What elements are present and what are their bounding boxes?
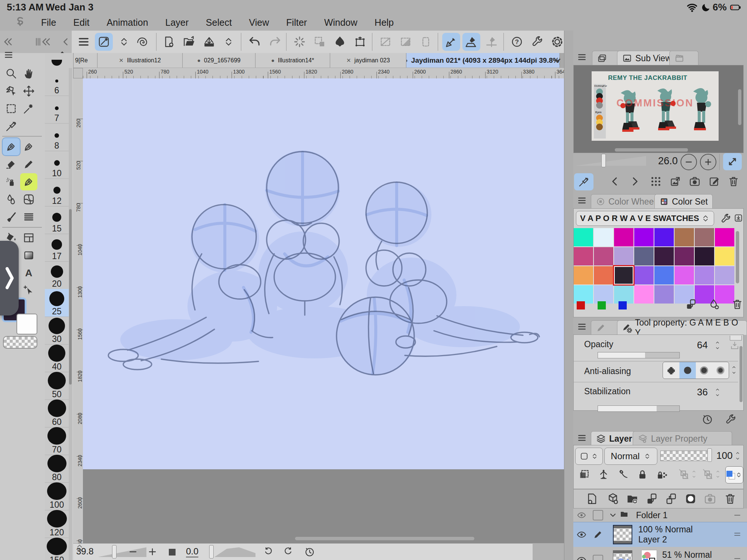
tool-property-menu-icon[interactable] [577,322,587,332]
dock-collapse-icon[interactable] [41,37,52,47]
color-swatch[interactable] [614,247,633,265]
brush-size-17[interactable]: 17 [45,234,69,262]
subview-eyedropper-toggle[interactable] [574,173,593,190]
color-swatch[interactable] [574,285,593,304]
tab-unsaved-icon[interactable]: ● [271,57,275,63]
color-swatch[interactable] [715,266,734,284]
brush-size-6[interactable]: 6 [45,68,69,96]
document-tab-2[interactable]: ● 029_1657699 [183,53,255,68]
tool-airbrush[interactable] [3,173,20,190]
color-swatch[interactable] [695,266,714,284]
color-swatch[interactable] [634,228,654,246]
brush-size-7[interactable]: 7 [45,96,69,124]
color-swatch[interactable] [574,228,593,246]
opacity-slider[interactable] [598,352,680,358]
color-swatch[interactable] [695,228,714,246]
color-swatch[interactable] [675,247,694,265]
document-tab-4[interactable]: ✕ jaydiman 023 [330,53,406,68]
color-swatch[interactable] [614,285,633,304]
layer-opacity-stepper[interactable] [734,451,742,461]
tab-unsaved-icon[interactable]: ● [197,57,201,63]
tool-object-select[interactable] [20,282,37,299]
color-panel-menu-icon[interactable] [577,196,587,205]
toolbar-tool-nav-button[interactable] [95,33,113,51]
merge-down-icon[interactable] [665,492,678,505]
menu-edit[interactable]: Edit [73,17,89,28]
register-color-icon[interactable] [685,298,697,310]
color-set-import-icon[interactable] [734,213,743,223]
tab-layer[interactable]: Layer [591,431,637,446]
brush-size-15[interactable]: 15 [45,206,69,234]
toolbar-help-button[interactable] [508,33,526,51]
clip-studio-logo-icon[interactable] [14,16,28,29]
tab-color-wheel[interactable]: Color Wheel [591,194,661,209]
lock-layer-icon[interactable] [636,469,648,480]
color-swatch[interactable] [654,266,674,284]
layer-thumbnail[interactable] [613,550,632,560]
clip-to-layer-below-icon[interactable] [578,469,590,480]
tool-palette-menu-icon[interactable] [4,50,13,60]
tool-pen-selected[interactable] [3,138,20,155]
tool-property-scrollbar[interactable] [740,346,743,402]
color-swatch[interactable] [594,228,613,246]
brush-size-150[interactable]: 150 [45,538,69,560]
color-swatch[interactable] [695,247,714,265]
tab-sub-view[interactable]: Sub View [617,51,676,65]
menu-filter[interactable]: Filter [286,17,307,28]
layer-row-folder[interactable]: Folder 1 [573,508,747,522]
new-3d-layer-icon[interactable] [607,492,619,505]
brush-size-8[interactable]: 8 [45,123,69,151]
tool-marker[interactable] [20,156,37,173]
expand-panel-chevrons[interactable] [75,542,84,554]
subview-thumbnail-list-icon[interactable] [650,175,662,187]
menu-help[interactable]: Help [375,17,394,28]
layer-opacity-value[interactable]: 100 [716,450,732,461]
layer-mask-icon[interactable] [684,492,697,505]
menu-layer[interactable]: Layer [165,17,189,28]
color-swatch[interactable] [594,247,613,265]
layer-drag-handle-icon[interactable] [733,530,742,539]
color-swatch[interactable] [715,247,734,265]
color-swatch[interactable] [654,228,674,246]
layer-palette-selector[interactable] [575,448,603,465]
toolbar-deselect-button[interactable] [291,33,309,51]
brush-size-40[interactable]: 40 [45,344,69,372]
brush-size-12[interactable]: 12 [45,178,69,206]
toolbar-save-button[interactable] [200,33,218,51]
menu-select[interactable]: Select [206,17,232,28]
color-swatch[interactable] [654,285,674,304]
antialiasing-stepper[interactable] [730,365,738,375]
layer-drag-handle-icon[interactable] [733,556,742,560]
brush-size-80[interactable]: 80 [45,455,69,483]
tool-move[interactable] [20,83,37,100]
right-panel-edge[interactable] [564,31,574,560]
subview-delete-icon[interactable] [728,175,740,187]
toolbar-settings-wrench-button[interactable] [528,33,546,51]
color-swatch[interactable] [675,266,694,284]
opacity-dynamics-icon[interactable] [730,341,740,351]
enable-mask-icon[interactable] [678,469,689,480]
document-tab-1[interactable]: ✕ Illustration12 [97,53,183,68]
layer-row-layer2-selected[interactable]: 100 % Normal Layer 2 [573,522,747,547]
tab-unsaved-icon[interactable]: ● [406,57,408,63]
subview-next-icon[interactable] [629,175,641,187]
stabilization-slider[interactable] [598,405,680,412]
color-swatch[interactable] [634,285,654,304]
toolbar-vector-line-button[interactable] [442,33,460,51]
reference-layer-icon[interactable] [598,469,610,480]
toolbar-select-line-button[interactable] [376,33,394,51]
brush-size-20[interactable]: 20 [45,261,69,289]
tab-list-chevron-icon[interactable] [552,55,562,66]
folder-expand-chevron-icon[interactable] [608,511,617,520]
draft-layer-icon[interactable] [617,469,629,480]
rotate-right-icon[interactable] [284,547,295,558]
layer-visibility-icon[interactable] [577,510,586,520]
brush-size-30[interactable]: 30 [45,317,69,345]
subview-panel-menu-icon[interactable] [577,52,587,62]
tab-tool-property[interactable]: Tool property: G A M E B O Y [617,320,747,335]
quick-color-blue[interactable] [619,301,627,309]
brush-size-60[interactable]: 60 [45,399,69,427]
secondary-color-chip[interactable] [16,314,37,335]
enable-mask-stepper[interactable] [690,469,698,479]
color-swatch[interactable] [634,247,654,265]
